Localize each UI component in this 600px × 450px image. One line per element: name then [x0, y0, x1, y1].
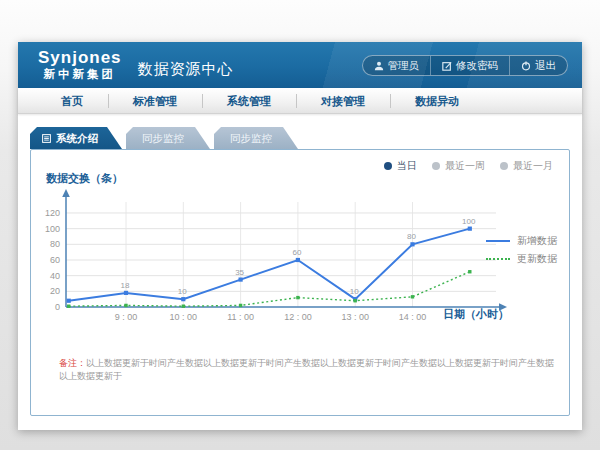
- user-name: 管理员: [388, 59, 420, 73]
- nav-item-data-change[interactable]: 数据异动: [390, 88, 484, 113]
- nav-item-system-mgmt[interactable]: 系统管理: [202, 88, 296, 113]
- x-tick-label: 10 : 00: [170, 312, 198, 322]
- logo-subtext: 新中新集团: [38, 69, 122, 81]
- y-tick-label: 80: [50, 239, 60, 249]
- data-point: [410, 242, 414, 246]
- footnote-prefix: 备注：: [59, 358, 86, 368]
- power-icon: [521, 61, 531, 71]
- y-tick-label: 0: [55, 302, 60, 312]
- radio-last-month[interactable]: 最近一月: [500, 159, 553, 173]
- nav-item-standard-mgmt[interactable]: 标准管理: [108, 88, 202, 113]
- logout-label: 退出: [535, 59, 556, 73]
- page-title: 数据资源中心: [138, 60, 234, 79]
- chart-panel: 当日 最近一周 最近一月 数据交换（条） 0204060801001209 : …: [30, 149, 570, 416]
- data-point: [468, 270, 471, 273]
- edit-icon: [442, 61, 452, 71]
- data-point: [354, 299, 357, 302]
- x-tick-label: 13 : 00: [341, 312, 369, 322]
- radio-dot: [384, 162, 392, 170]
- form-icon: [42, 134, 51, 143]
- radio-label: 最近一周: [445, 159, 485, 173]
- footnote: 备注：以上数据更新于时间产生数据以上数据更新于时间产生数据以上数据更新于时间产生…: [59, 357, 554, 382]
- tab-sync-monitor-1[interactable]: 同步监控: [126, 127, 210, 149]
- legend-item-update-data: 更新数据: [486, 250, 557, 268]
- y-tick-label: 120: [45, 208, 60, 218]
- data-point: [181, 297, 185, 301]
- radio-label: 最近一月: [513, 159, 553, 173]
- data-point: [182, 305, 185, 308]
- app-window: Synjones 新中新集团 数据资源中心 管理员 修改密码 退出 首页 标准管…: [18, 42, 582, 430]
- legend-item-new-data: 新增数据: [486, 232, 557, 250]
- radio-today[interactable]: 当日: [384, 159, 417, 173]
- user-toolbar: 管理员 修改密码 退出: [362, 55, 569, 76]
- main-nav: 首页 标准管理 系统管理 对接管理 数据异动: [18, 88, 582, 114]
- tab-bar: 系统介绍 同步监控 同步监控: [30, 127, 582, 149]
- y-tick-label: 40: [50, 271, 60, 281]
- time-range-filter: 当日 最近一周 最近一月: [384, 159, 553, 173]
- nav-item-home[interactable]: 首页: [36, 88, 108, 113]
- y-axis-arrow: [62, 189, 70, 197]
- data-point: [411, 295, 414, 298]
- x-axis-title: 日期（小时）: [443, 307, 509, 322]
- data-point: [124, 304, 127, 307]
- data-point: [468, 227, 472, 231]
- data-point: [124, 291, 128, 295]
- data-point: [296, 258, 300, 262]
- y-axis-title: 数据交换（条）: [46, 171, 123, 186]
- chart-legend: 新增数据 更新数据: [486, 232, 557, 268]
- data-point-label: 80: [407, 232, 416, 241]
- data-point-label: 100: [462, 217, 476, 226]
- radio-last-week[interactable]: 最近一周: [432, 159, 485, 173]
- radio-label: 当日: [397, 159, 417, 173]
- data-point: [239, 304, 242, 307]
- tab-label: 系统介绍: [56, 127, 98, 149]
- footnote-text: 以上数据更新于时间产生数据以上数据更新于时间产生数据以上数据更新于时间产生数据以…: [59, 358, 554, 381]
- legend-label: 新增数据: [517, 234, 557, 248]
- data-point: [67, 299, 71, 303]
- x-tick-label: 9 : 00: [115, 312, 138, 322]
- x-tick-label: 11 : 00: [227, 312, 254, 322]
- radio-dot: [500, 162, 508, 170]
- legend-line-sample: [486, 258, 510, 260]
- y-tick-label: 60: [50, 255, 60, 265]
- data-point-label: 10: [350, 287, 359, 296]
- company-logo: Synjones 新中新集团: [38, 49, 122, 81]
- app-header: Synjones 新中新集团 数据资源中心 管理员 修改密码 退出: [18, 42, 582, 88]
- user-account-button[interactable]: 管理员: [363, 56, 431, 75]
- change-password-label: 修改密码: [456, 59, 498, 73]
- content-area: 系统介绍 同步监控 同步监控 当日 最近一周 最近一月 数据交: [18, 114, 582, 430]
- logout-button[interactable]: 退出: [509, 56, 567, 75]
- tab-sync-monitor-2[interactable]: 同步监控: [214, 127, 298, 149]
- data-point-label: 35: [235, 268, 244, 277]
- data-point-label: 18: [121, 281, 130, 290]
- radio-dot: [432, 162, 440, 170]
- change-password-button[interactable]: 修改密码: [430, 56, 509, 75]
- legend-label: 更新数据: [517, 252, 557, 266]
- y-tick-label: 100: [45, 224, 60, 234]
- data-point: [67, 305, 70, 308]
- nav-item-integration-mgmt[interactable]: 对接管理: [296, 88, 390, 113]
- user-icon: [374, 61, 384, 71]
- x-tick-label: 12 : 00: [284, 312, 312, 322]
- data-point-label: 60: [292, 248, 301, 257]
- x-tick-label: 14 : 00: [399, 312, 427, 322]
- data-point: [296, 296, 299, 299]
- tab-system-intro[interactable]: 系统介绍: [30, 127, 122, 149]
- legend-line-sample: [486, 240, 510, 242]
- logo-text: Synjones: [38, 49, 122, 66]
- y-tick-label: 20: [50, 286, 60, 296]
- data-point: [239, 277, 243, 281]
- data-point-label: 10: [178, 287, 187, 296]
